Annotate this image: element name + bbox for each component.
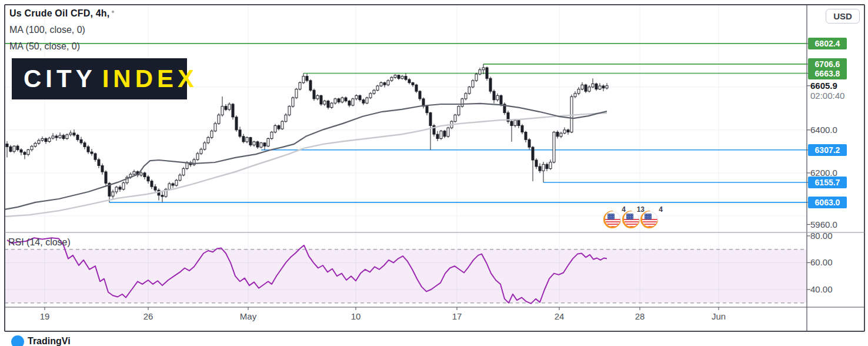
rsi-band — [5, 249, 807, 303]
candle-body — [352, 99, 354, 105]
candle-body — [59, 135, 61, 138]
candle-body — [87, 147, 89, 152]
candle-body — [479, 70, 481, 74]
candle-body — [31, 147, 33, 150]
price-level-label-6155.7[interactable]: 6155.7 — [808, 177, 847, 188]
candle-body — [295, 89, 298, 98]
candle-body — [263, 143, 266, 147]
candle-body — [345, 98, 347, 101]
candle-body — [246, 138, 248, 142]
candle-body — [510, 121, 513, 125]
time-axis-label-Jun: Jun — [701, 311, 736, 321]
candle-body — [539, 167, 541, 171]
candle-body — [443, 131, 446, 137]
candle-body — [373, 90, 375, 94]
candlestick-chart-canvas[interactable] — [0, 0, 868, 346]
candle-body — [574, 94, 576, 97]
us-flag-event-icon[interactable]: 4 — [642, 211, 659, 229]
candle-body — [489, 78, 492, 91]
candle-body — [66, 135, 68, 139]
candle-body — [496, 95, 499, 99]
legend-more-icon[interactable] — [112, 11, 114, 13]
candle-body — [196, 154, 199, 159]
candle-body — [274, 126, 276, 132]
candle-body — [528, 139, 530, 147]
candle-body — [154, 187, 156, 190]
candle-body — [115, 187, 118, 192]
time-axis-label-24: 24 — [542, 311, 577, 321]
candle-body — [122, 183, 125, 189]
candle-body — [306, 76, 308, 81]
time-axis-label-19: 19 — [27, 311, 62, 321]
us-flag-icon — [642, 211, 657, 227]
us-flag-event-icon[interactable]: 4 — [605, 211, 622, 229]
candle-body — [91, 152, 93, 154]
candle-body — [338, 99, 340, 102]
candle-body — [493, 91, 495, 100]
candle-body — [486, 68, 488, 78]
candle-body — [412, 83, 414, 85]
candle-body — [518, 120, 520, 125]
us-flag-icon — [605, 211, 620, 227]
candle-body — [207, 138, 209, 143]
candle-body — [465, 94, 467, 99]
candle-body — [281, 121, 283, 129]
candle-body — [475, 74, 478, 81]
tradingview-logo-icon[interactable] — [11, 335, 24, 346]
candle-body — [288, 107, 291, 115]
candle-body — [599, 86, 601, 89]
candle-body — [606, 86, 608, 88]
candle-body — [225, 107, 227, 110]
ma100-legend: MA (100, close, 0) — [9, 25, 114, 35]
candle-body — [292, 98, 294, 107]
candle-body — [553, 132, 555, 162]
candle-body — [80, 139, 82, 143]
candle-body — [41, 139, 44, 141]
bar-countdown-timer: 02:00:40 — [810, 91, 844, 101]
candle-body — [27, 149, 29, 154]
candle-body — [256, 142, 259, 147]
candle-body — [542, 164, 545, 171]
price-level-label-6307.2[interactable]: 6307.2 — [808, 144, 847, 156]
candle-body — [461, 99, 463, 107]
candle-body — [602, 86, 605, 88]
us-flag-event-icon[interactable]: 13 — [623, 211, 641, 229]
candle-body — [16, 146, 19, 149]
candle-body — [355, 95, 358, 99]
candle-body — [147, 177, 149, 181]
tradingview-logo-text[interactable]: TradingVi — [28, 336, 71, 346]
candle-body — [105, 172, 107, 183]
candle-body — [408, 79, 410, 83]
candle-body — [563, 130, 566, 134]
chart-legend: Us Crude Oil CFD, 4h, MA (100, close, 0)… — [9, 8, 114, 52]
candle-body — [556, 132, 559, 137]
candle-body — [394, 75, 396, 78]
candle-body — [309, 81, 312, 90]
price-level-label-6802.4[interactable]: 6802.4 — [808, 38, 847, 49]
candle-body — [200, 149, 202, 154]
candle-body — [52, 136, 54, 138]
candle-body — [143, 173, 146, 177]
candle-body — [34, 144, 36, 147]
candle-body — [454, 115, 456, 121]
candle-body — [84, 143, 86, 147]
candle-body — [249, 138, 252, 145]
time-axis-label-28: 28 — [622, 311, 657, 321]
candle-body — [172, 184, 174, 185]
price-level-label-6663.8[interactable]: 6663.8 — [808, 68, 847, 79]
axis-tick-label: 80.00 — [810, 231, 833, 241]
candle-body — [239, 130, 241, 137]
candle-body — [398, 75, 400, 79]
candle-body — [9, 147, 12, 151]
axis-tick-label: 6200.0 — [810, 168, 837, 178]
candle-body — [260, 143, 262, 147]
event-count-badge: 4 — [657, 206, 664, 214]
currency-usd-button[interactable]: USD — [826, 9, 860, 24]
candle-body — [525, 132, 527, 140]
time-axis-label-26: 26 — [131, 311, 166, 321]
candle-body — [278, 126, 280, 129]
candle-body — [214, 124, 216, 131]
axis-tick-label: 40.00 — [810, 284, 833, 295]
price-level-label-6063.0[interactable]: 6063.0 — [808, 197, 847, 208]
symbol-title: Us Crude Oil CFD, 4h, — [9, 8, 114, 19]
